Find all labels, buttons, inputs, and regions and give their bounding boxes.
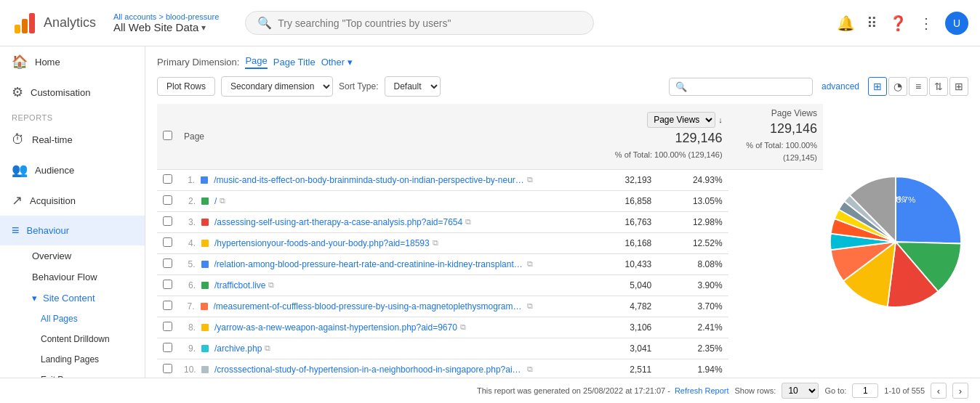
page-views-pct: 12.98% xyxy=(657,211,728,232)
sort-type-select[interactable]: Default xyxy=(385,76,441,97)
page-url[interactable]: /hypertensionyour-foods-and-your-body.ph… xyxy=(214,238,430,248)
page-url[interactable]: /measurement-of-cuffless-blood-pressure-… xyxy=(214,301,524,312)
row-color-dot xyxy=(201,366,209,373)
sidebar-item-acquisition[interactable]: ↗ Acquisition xyxy=(0,185,145,216)
data-table: Page Page Views ↓ 129,146 xyxy=(157,104,823,378)
copy-link-icon[interactable]: ⧉ xyxy=(220,196,225,205)
dim-page-title[interactable]: Page Title xyxy=(273,57,316,68)
site-content-label: Site Content xyxy=(43,293,95,304)
pie-view-icon[interactable]: ◔ xyxy=(888,77,907,96)
account-info: All accounts > blood-pressure All Web Si… xyxy=(113,12,219,33)
copy-link-icon[interactable]: ⧉ xyxy=(527,175,533,184)
toolbar: Plot Rows Secondary dimension Sort Type:… xyxy=(157,76,968,97)
refresh-report-link[interactable]: Refresh Report xyxy=(675,386,729,395)
user-avatar[interactable]: U xyxy=(945,12,968,35)
sidebar-item-landing-pages[interactable]: Landing Pages xyxy=(0,349,145,370)
account-dropdown-arrow[interactable]: ▾ xyxy=(201,23,206,33)
analytics-logo-icon xyxy=(12,10,38,36)
select-all-checkbox[interactable] xyxy=(163,131,172,140)
row-checkbox[interactable] xyxy=(163,237,172,247)
show-rows-select[interactable]: 10 25 50 100 xyxy=(782,383,819,399)
sidebar-item-realtime[interactable]: ⏱ Real-time xyxy=(0,125,145,155)
table-row: 1. /music-and-its-effect-on-body-brainmi… xyxy=(157,169,823,190)
row-checkbox[interactable] xyxy=(163,195,172,205)
goto-input[interactable] xyxy=(852,383,878,398)
page-url[interactable]: /archive.php xyxy=(214,343,262,354)
copy-link-icon[interactable]: ⧉ xyxy=(268,280,274,290)
table-search[interactable]: 🔍 xyxy=(669,78,813,96)
page-views-value: 3,041 xyxy=(592,338,657,359)
list-view-icon[interactable]: ≡ xyxy=(909,77,928,96)
page-views-value: 10,433 xyxy=(592,253,657,274)
help-icon[interactable]: ❓ xyxy=(889,15,907,32)
row-checkbox[interactable] xyxy=(163,301,172,310)
row-checkbox[interactable] xyxy=(163,322,172,331)
search-input[interactable] xyxy=(278,17,582,29)
global-search[interactable]: 🔍 xyxy=(245,11,594,35)
page-url[interactable]: /relation-among-blood-pressure-heart-rat… xyxy=(214,259,524,269)
row-checkbox[interactable] xyxy=(163,280,172,289)
audience-icon: 👥 xyxy=(12,162,28,178)
copy-link-icon[interactable]: ⧉ xyxy=(460,322,466,332)
sidebar-item-behaviour-flow[interactable]: Behaviour Flow xyxy=(0,266,145,288)
sidebar-item-overview[interactable]: Overview xyxy=(0,245,145,266)
page-views-pct: 13.05% xyxy=(657,190,728,211)
pie-segment xyxy=(896,176,961,243)
app-title: Analytics xyxy=(44,15,96,30)
row-checkbox[interactable] xyxy=(163,364,172,373)
next-page-button[interactable]: › xyxy=(952,383,968,399)
sidebar-item-content-drilldown[interactable]: Content Drilldown xyxy=(0,329,145,349)
copy-link-icon[interactable]: ⧉ xyxy=(527,259,533,269)
pageviews-select[interactable]: Page Views xyxy=(647,112,715,128)
sidebar-item-home[interactable]: 🏠 Home xyxy=(0,46,145,77)
advanced-link[interactable]: advanced xyxy=(822,81,859,91)
copy-link-icon[interactable]: ⧉ xyxy=(433,238,438,248)
row-number: 7. xyxy=(184,301,198,312)
row-number: 2. xyxy=(184,196,198,206)
copy-link-icon[interactable]: ⧉ xyxy=(465,217,471,227)
row-number: 9. xyxy=(184,343,198,354)
grid-view-icon[interactable]: ⊞ xyxy=(868,77,887,96)
svg-rect-2 xyxy=(29,13,35,33)
notification-icon[interactable]: 🔔 xyxy=(837,15,855,32)
sidebar-item-customisation[interactable]: ⚙ Customisation xyxy=(0,77,145,107)
more-icon[interactable]: ⋮ xyxy=(919,15,933,32)
row-checkbox[interactable] xyxy=(163,216,172,226)
page-url[interactable]: / xyxy=(214,196,217,206)
row-checkbox[interactable] xyxy=(163,174,172,184)
copy-link-icon[interactable]: ⧉ xyxy=(527,301,533,311)
copy-link-icon[interactable]: ⧉ xyxy=(265,343,270,353)
row-color-dot xyxy=(201,324,209,331)
row-checkbox[interactable] xyxy=(163,259,172,268)
prev-page-button[interactable]: ‹ xyxy=(931,383,947,399)
page-url[interactable]: /trafficbot.live xyxy=(214,280,265,290)
copy-link-icon[interactable]: ⧉ xyxy=(527,365,533,374)
row-checkbox[interactable] xyxy=(163,343,172,352)
plot-rows-button[interactable]: Plot Rows xyxy=(157,77,215,96)
apps-icon[interactable]: ⠿ xyxy=(867,15,877,32)
pivot-view-icon[interactable]: ⊞ xyxy=(949,77,968,96)
table-chart-wrapper: Page Page Views ↓ 129,146 xyxy=(157,104,968,378)
page-url[interactable]: /assessing-self-using-art-therapy-a-case… xyxy=(214,217,462,227)
page-url[interactable]: /music-and-its-effect-on-body-brainminda… xyxy=(214,175,524,185)
sidebar-item-exit-pages[interactable]: Exit Pages xyxy=(0,370,145,378)
sidebar-item-all-pages[interactable]: All Pages xyxy=(0,309,145,329)
sidebar-item-site-content[interactable]: ▾ Site Content xyxy=(0,288,145,309)
page-url[interactable]: /crosssectional-study-of-hypertension-in… xyxy=(214,365,524,375)
sidebar-item-label: Home xyxy=(35,57,60,68)
row-number: 8. xyxy=(184,322,198,333)
sidebar-item-behaviour[interactable]: ≡ Behaviour xyxy=(0,216,145,245)
account-selector[interactable]: All Web Site Data ▾ xyxy=(113,21,219,33)
account-name: All Web Site Data xyxy=(113,21,198,33)
page-views-pct: 8.08% xyxy=(657,253,728,274)
dim-page[interactable]: Page xyxy=(245,55,267,69)
sidebar-item-audience[interactable]: 👥 Audience xyxy=(0,155,145,185)
secondary-dimension-select[interactable]: Secondary dimension xyxy=(221,76,333,97)
sidebar-item-label: Acquisition xyxy=(30,195,76,206)
dim-other[interactable]: Other ▾ xyxy=(321,57,353,68)
topbar-actions: 🔔 ⠿ ❓ ⋮ U xyxy=(837,12,968,35)
compare-view-icon[interactable]: ⇅ xyxy=(929,77,948,96)
page-url[interactable]: /yarrow-as-a-new-weapon-against-hyperten… xyxy=(214,322,457,333)
sort-arrow[interactable]: ↓ xyxy=(718,115,723,124)
table-search-input[interactable] xyxy=(690,81,806,91)
